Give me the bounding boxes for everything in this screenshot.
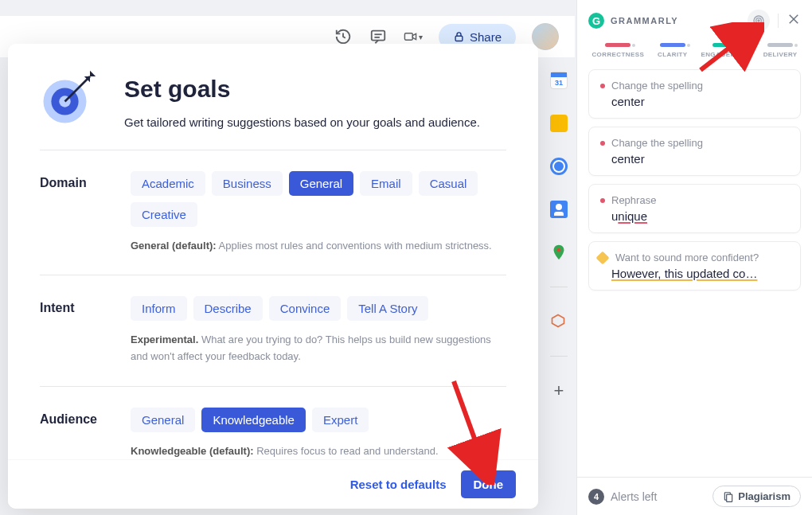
chip-general[interactable]: General: [131, 408, 195, 432]
section-label: Domain: [40, 171, 103, 255]
section-domain: DomainAcademicBusinessGeneralEmailCasual…: [40, 150, 506, 276]
chip-convince[interactable]: Convince: [269, 296, 342, 321]
section-intent: IntentInformDescribeConvinceTell A Story…: [40, 275, 506, 387]
tasks-icon[interactable]: [550, 158, 568, 175]
alert-dot-icon: [600, 141, 605, 146]
done-button[interactable]: Done: [461, 470, 517, 498]
tab-correctness[interactable]: CORRECTNESS: [591, 43, 644, 58]
section-label: Audience: [40, 408, 103, 459]
add-icon[interactable]: +: [550, 382, 568, 400]
reset-button[interactable]: Reset to defaults: [350, 478, 447, 491]
card-label: Rephrase: [611, 194, 656, 206]
alerts-left[interactable]: 4 Alerts left: [588, 489, 657, 505]
alert-dot-icon: [600, 198, 605, 203]
grammarly-panel: G GRAMMARLY CORRECTNESSCLARITYENGAGEMENT…: [576, 0, 812, 515]
chip-academic[interactable]: Academic: [131, 171, 205, 196]
modal-title: Set goals: [124, 76, 480, 103]
card-text: center: [600, 95, 789, 108]
close-icon[interactable]: [787, 12, 801, 29]
card-label: Change the spelling: [611, 137, 703, 149]
calendar-icon[interactable]: 31: [550, 72, 568, 89]
grammarly-tabs: CORRECTNESSCLARITYENGAGEMENTDELIVERY: [577, 38, 812, 69]
suggestion-card[interactable]: Change the spellingcenter: [588, 69, 801, 119]
svg-rect-20: [727, 494, 732, 501]
card-label: Want to sound more confident?: [615, 252, 759, 263]
svg-marker-12: [90, 71, 96, 76]
chip-creative[interactable]: Creative: [131, 202, 197, 227]
chip-describe[interactable]: Describe: [193, 296, 263, 321]
tab-clarity[interactable]: CLARITY: [658, 43, 687, 58]
card-text: unique: [600, 209, 789, 223]
card-label: Change the spelling: [611, 80, 703, 92]
keep-icon[interactable]: [550, 115, 568, 132]
grammarly-footer: 4 Alerts left Plagiarism: [577, 477, 812, 515]
svg-rect-0: [372, 31, 385, 41]
grammarly-brand: GRAMMARLY: [611, 16, 678, 25]
chip-inform[interactable]: Inform: [131, 296, 187, 321]
grammarly-suggestions: Change the spellingcenterChange the spel…: [577, 69, 812, 477]
svg-point-6: [557, 248, 561, 252]
tab-delivery[interactable]: DELIVERY: [763, 43, 798, 58]
tab-engagement[interactable]: ENGAGEMENT: [701, 43, 749, 58]
section-hint: Knowledgeable (default): Requires focus …: [131, 443, 506, 459]
suggestion-card[interactable]: Change the spellingcenter: [588, 127, 801, 176]
chip-email[interactable]: Email: [360, 171, 412, 196]
suggestion-card[interactable]: Want to sound more confident?However, th…: [588, 241, 801, 291]
contacts-icon[interactable]: [550, 201, 568, 218]
modal-subtitle: Get tailored writing suggestions based o…: [124, 114, 480, 132]
chip-expert[interactable]: Expert: [312, 408, 369, 432]
alerts-text: Alerts left: [611, 490, 657, 503]
share-label: Share: [470, 30, 502, 44]
plagiarism-label: Plagiarism: [738, 490, 791, 502]
svg-rect-5: [455, 36, 463, 41]
maps-icon[interactable]: [550, 244, 568, 261]
grammarly-header: G GRAMMARLY: [577, 0, 812, 38]
section-hint: General (default): Applies most rules an…: [131, 238, 506, 255]
addon-icon[interactable]: [550, 313, 568, 330]
card-text: However, this updated co…: [600, 267, 789, 280]
target-icon: [40, 69, 97, 130]
chip-business[interactable]: Business: [212, 171, 283, 196]
plagiarism-button[interactable]: Plagiarism: [712, 486, 801, 507]
set-goals-modal: Set goals Get tailored writing suggestio…: [8, 44, 538, 509]
chip-tell-a-story[interactable]: Tell A Story: [347, 296, 428, 321]
svg-marker-7: [552, 315, 564, 327]
chip-general[interactable]: General: [289, 171, 353, 196]
svg-point-16: [758, 20, 759, 21]
section-audience: AudienceGeneralKnowledgeableExpertKnowle…: [40, 387, 506, 459]
goals-icon[interactable]: [748, 10, 770, 32]
svg-rect-3: [404, 33, 412, 41]
svg-marker-4: [412, 33, 416, 39]
suggestion-card[interactable]: Rephraseunique: [588, 184, 801, 233]
card-text: center: [600, 152, 789, 166]
premium-icon: [596, 251, 610, 264]
chip-casual[interactable]: Casual: [419, 171, 478, 196]
alert-count: 4: [588, 489, 604, 505]
section-label: Intent: [40, 296, 103, 365]
chip-knowledgeable[interactable]: Knowledgeable: [201, 408, 306, 432]
alert-dot-icon: [600, 84, 605, 88]
modal-footer: Reset to defaults Done: [8, 459, 538, 509]
grammarly-logo-icon: G: [588, 13, 604, 29]
section-hint: Experimental. What are you trying to do?…: [131, 332, 506, 365]
side-panel-rail: 31 +: [543, 56, 575, 400]
